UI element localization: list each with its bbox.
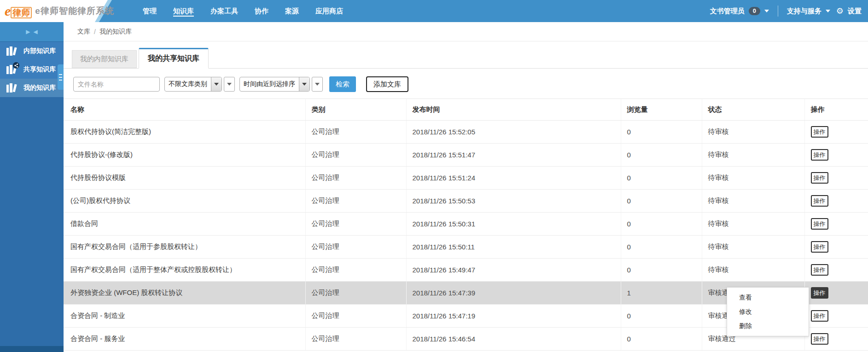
share-badge-icon bbox=[13, 62, 19, 69]
support-menu[interactable]: 支持与服务 bbox=[787, 7, 830, 16]
column-header-状态: 状态 bbox=[702, 99, 804, 121]
cell-category: 公司治理 bbox=[305, 259, 406, 282]
sidebar-drag-handle[interactable] bbox=[58, 64, 64, 90]
row-action-button[interactable]: 操作 bbox=[811, 287, 828, 299]
cell-actions: 操作 bbox=[804, 282, 868, 305]
cell-actions: 操作 bbox=[804, 121, 868, 144]
row-action-button[interactable]: 操作 bbox=[811, 333, 828, 345]
sidebar: ▶ ◀ 内部知识库共享知识库我的知识库 bbox=[0, 22, 64, 352]
table-row[interactable]: (公司)股权代持协议公司治理2018/11/26 15:50:530待审核操作 bbox=[64, 190, 868, 213]
tab-我的内部知识库[interactable]: 我的内部知识库 bbox=[72, 50, 137, 68]
top-bar: e律师 e律师智能律所系统 管理知识库办案工具协作案源应用商店 文书管理员 0 … bbox=[0, 0, 868, 22]
cell-name: 外资独资企业 (WFOE) 股权转让协议 bbox=[64, 282, 305, 305]
sort-select[interactable]: 时间由近到远排序 bbox=[239, 77, 310, 92]
table-header-row: 名称类别发布时间浏览量状态操作 bbox=[64, 99, 868, 121]
top-nav-item-管理[interactable]: 管理 bbox=[143, 0, 157, 22]
row-action-button[interactable]: 操作 bbox=[811, 149, 828, 161]
chevron-down-icon bbox=[826, 10, 830, 12]
sidebar-item-label: 内部知识库 bbox=[23, 47, 56, 55]
cell-published: 2018/11/26 15:50:11 bbox=[406, 236, 621, 259]
column-header-操作: 操作 bbox=[804, 99, 868, 121]
cell-status: 待审核 bbox=[702, 236, 804, 259]
table-row[interactable]: 代持股协议-(修改版)公司治理2018/11/26 15:51:470待审核操作 bbox=[64, 144, 868, 167]
cell-published: 2018/11/26 15:51:24 bbox=[406, 167, 621, 190]
sidebar-item-共享知识库[interactable]: 共享知识库 bbox=[0, 60, 64, 79]
menu-item-删除[interactable]: 删除 bbox=[727, 319, 809, 333]
settings-button[interactable]: ⚙ 设置 bbox=[836, 7, 862, 16]
library-books-icon bbox=[6, 64, 18, 75]
menu-item-修改[interactable]: 修改 bbox=[727, 305, 809, 319]
table-row[interactable]: 代持股份协议模版公司治理2018/11/26 15:51:240待审核操作 bbox=[64, 167, 868, 190]
cell-status: 待审核 bbox=[702, 144, 804, 167]
file-name-input[interactable] bbox=[73, 77, 160, 92]
row-action-button[interactable]: 操作 bbox=[811, 241, 828, 253]
filter-toolbar: 不限文库类别 时间由近到远排序 检索 添加文库 bbox=[73, 76, 868, 92]
sidebar-item-内部知识库[interactable]: 内部知识库 bbox=[0, 42, 64, 60]
cell-actions: 操作 bbox=[804, 167, 868, 190]
cell-actions: 操作 bbox=[804, 213, 868, 236]
cell-published: 2018/11/26 15:49:47 bbox=[406, 259, 621, 282]
sidebar-item-我的知识库[interactable]: 我的知识库 bbox=[0, 79, 64, 97]
logo: e律师 e律师智能律所系统 bbox=[0, 0, 116, 22]
cell-views: 0 bbox=[621, 144, 702, 167]
cell-actions: 操作 bbox=[804, 305, 868, 328]
top-nav-item-办案工具[interactable]: 办案工具 bbox=[210, 0, 238, 22]
table-row[interactable]: 国有产权交易合同（适用于参股股权转让）公司治理2018/11/26 15:50:… bbox=[64, 236, 868, 259]
settings-label: 设置 bbox=[848, 7, 862, 16]
top-nav-item-案源[interactable]: 案源 bbox=[285, 0, 299, 22]
category-select[interactable]: 不限文库类别 bbox=[164, 77, 222, 92]
support-label: 支持与服务 bbox=[787, 7, 821, 16]
column-header-浏览量: 浏览量 bbox=[621, 99, 702, 121]
cell-views: 0 bbox=[621, 236, 702, 259]
breadcrumb-root[interactable]: 文库 bbox=[77, 28, 90, 36]
top-nav-item-应用商店[interactable]: 应用商店 bbox=[315, 0, 343, 22]
cell-name: 合资合同 - 制造业 bbox=[64, 305, 305, 328]
cell-category: 公司治理 bbox=[305, 328, 406, 351]
cell-status: 待审核 bbox=[702, 190, 804, 213]
table-row[interactable]: 股权代持协议(简洁完整版)公司治理2018/11/26 15:52:050待审核… bbox=[64, 121, 868, 144]
cell-name: 国有产权交易合同（适用于整体产权或控股股权转让） bbox=[64, 259, 305, 282]
sidebar-item-label: 我的知识库 bbox=[23, 84, 56, 92]
cell-published: 2018/11/26 15:46:54 bbox=[406, 328, 621, 351]
logo-mark: e律师 bbox=[5, 3, 32, 19]
row-action-button[interactable]: 操作 bbox=[811, 310, 828, 322]
row-action-button[interactable]: 操作 bbox=[811, 264, 828, 276]
cell-status: 待审核 bbox=[702, 167, 804, 190]
chevron-down-icon bbox=[227, 83, 232, 86]
gear-icon: ⚙ bbox=[836, 7, 844, 15]
cell-category: 公司治理 bbox=[305, 190, 406, 213]
menu-item-查看[interactable]: 查看 bbox=[727, 290, 809, 305]
tab-我的共享知识库[interactable]: 我的共享知识库 bbox=[139, 48, 209, 69]
column-header-类别: 类别 bbox=[305, 99, 406, 121]
table-row[interactable]: 借款合同公司治理2018/11/26 15:50:310待审核操作 bbox=[64, 213, 868, 236]
divider bbox=[778, 6, 778, 17]
cell-status: 待审核 bbox=[702, 121, 804, 144]
row-action-button[interactable]: 操作 bbox=[811, 126, 828, 138]
user-menu[interactable]: 文书管理员 0 bbox=[710, 7, 769, 16]
sort-dropdown-button[interactable] bbox=[312, 77, 323, 92]
top-nav-item-协作[interactable]: 协作 bbox=[255, 0, 268, 22]
row-action-button[interactable]: 操作 bbox=[811, 172, 828, 184]
cell-name: 股权代持协议(简洁完整版) bbox=[64, 121, 305, 144]
search-button[interactable]: 检索 bbox=[329, 76, 356, 92]
library-books-icon bbox=[6, 82, 18, 93]
cell-category: 公司治理 bbox=[305, 121, 406, 144]
row-action-button[interactable]: 操作 bbox=[811, 195, 828, 207]
cell-published: 2018/11/26 15:50:53 bbox=[406, 190, 621, 213]
column-header-名称: 名称 bbox=[64, 99, 305, 121]
cell-actions: 操作 bbox=[804, 259, 868, 282]
sidebar-collapse-control[interactable]: ▶ ◀ bbox=[0, 22, 64, 42]
cell-name: 借款合同 bbox=[64, 213, 305, 236]
row-action-button[interactable]: 操作 bbox=[811, 218, 828, 230]
app-title: e律师智能律所系统 bbox=[35, 5, 114, 17]
table-row[interactable]: 国有产权交易合同（适用于整体产权或控股股权转让）公司治理2018/11/26 1… bbox=[64, 259, 868, 282]
breadcrumb-current: 我的知识库 bbox=[99, 28, 132, 36]
notification-badge: 0 bbox=[749, 7, 760, 15]
top-nav-item-知识库[interactable]: 知识库 bbox=[173, 0, 194, 22]
collapse-right-icon: ▶ bbox=[26, 29, 30, 35]
cell-category: 公司治理 bbox=[305, 282, 406, 305]
select-arrow-icon bbox=[211, 77, 221, 91]
add-library-button[interactable]: 添加文库 bbox=[366, 76, 408, 92]
category-dropdown-button[interactable] bbox=[224, 77, 235, 92]
chevron-down-icon bbox=[764, 10, 769, 12]
